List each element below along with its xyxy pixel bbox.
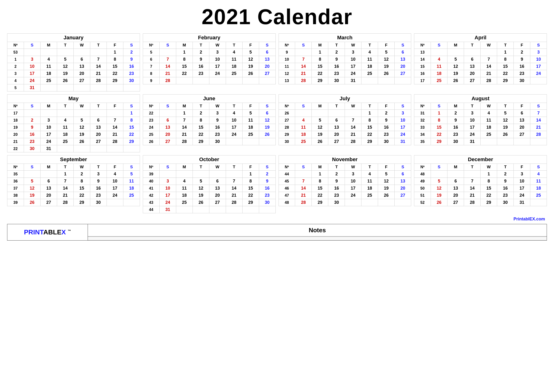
saturday-day: 13 (259, 56, 276, 63)
header-day-2: M (447, 103, 464, 110)
weekday: 26 (497, 131, 514, 138)
header-day-3: T (464, 42, 481, 49)
sunday-day: 8 (431, 117, 447, 124)
empty-day (90, 145, 107, 152)
weekday: 22 (193, 131, 209, 138)
weekday: 16 (90, 185, 107, 192)
month-table-june: JuneNºSMTWTFS221234562367891011122413141… (143, 94, 276, 145)
month-title: March (278, 34, 411, 42)
week-number: 35 (414, 138, 431, 145)
weekday: 20 (209, 192, 226, 199)
weekday: 27 (464, 77, 481, 84)
empty-day (259, 206, 276, 213)
weekday: 12 (193, 185, 209, 192)
sunday-day: 28 (295, 77, 312, 84)
sunday-day: 21 (295, 70, 312, 77)
empty-day (24, 171, 40, 178)
weekday: 4 (107, 171, 123, 178)
table-row: 4324252627282930 (143, 199, 276, 206)
weekday: 5 (497, 110, 514, 117)
empty-day (90, 49, 107, 56)
table-row: 3819202122232425 (7, 192, 140, 199)
saturday-day: 15 (123, 124, 140, 131)
week-number: 22 (7, 145, 24, 152)
table-row: 5123456 (143, 49, 276, 56)
saturday-day: 9 (123, 56, 140, 63)
empty-day (90, 110, 107, 117)
empty-day (530, 138, 547, 145)
header-day-4: W (73, 42, 90, 49)
sunday-day: 7 (295, 56, 312, 63)
weekday: 13 (514, 117, 530, 124)
header-sunday: S (295, 42, 312, 49)
month-july: JulyNºSMTWTFS261232745678910281112131415… (278, 94, 411, 152)
weekday: 18 (361, 185, 378, 192)
header-day-3: T (328, 103, 345, 110)
weekday: 4 (226, 49, 242, 56)
header-saturday: S (123, 42, 140, 49)
weekday: 8 (107, 56, 123, 63)
saturday-day: 6 (395, 171, 411, 178)
empty-day (40, 110, 57, 117)
header-saturday: S (395, 164, 411, 171)
table-row: 3422232425262728 (414, 131, 547, 138)
table-row: 26123 (278, 110, 411, 117)
saturday-day: 10 (530, 56, 547, 63)
header-day-4: W (209, 42, 226, 49)
header-day-5: T (361, 42, 378, 49)
weekday: 30 (328, 77, 345, 84)
weekday: 1 (361, 110, 378, 117)
week-number: 24 (143, 124, 159, 131)
footer-notes: Notes (88, 224, 547, 240)
week-number: 51 (414, 192, 431, 199)
week-number: 20 (7, 131, 24, 138)
weekday: 11 (57, 124, 73, 131)
week-number: 1 (7, 56, 24, 63)
empty-day (464, 49, 481, 56)
weekday: 8 (361, 117, 378, 124)
weekday: 3 (464, 110, 481, 117)
weekday: 14 (176, 124, 193, 131)
header-week-num: Nº (143, 103, 159, 110)
weekday: 11 (242, 117, 259, 124)
weekday: 6 (209, 178, 226, 185)
table-row: 32891011121314 (414, 117, 547, 124)
weekday: 9 (497, 178, 514, 185)
table-row: 821222324252627 (143, 70, 276, 77)
empty-day (159, 49, 176, 56)
table-row: 52262728293031 (414, 199, 547, 206)
weekday: 23 (193, 70, 209, 77)
week-number: 32 (414, 117, 431, 124)
header-day-4: W (345, 164, 361, 171)
header-saturday: S (395, 103, 411, 110)
empty-day (40, 84, 57, 91)
week-number: 49 (414, 178, 431, 185)
weekday: 15 (73, 185, 90, 192)
table-row: 1618192021222324 (414, 70, 547, 77)
sunday-day: 2 (24, 117, 40, 124)
weekday: 14 (464, 185, 481, 192)
header-day-4: W (481, 42, 497, 49)
month-table-october: OctoberNºSMTWTFS391240345678941101112131… (143, 155, 276, 213)
weekday: 13 (73, 63, 90, 70)
header-day-4: W (345, 103, 361, 110)
saturday-day: 8 (123, 117, 140, 124)
header-day-5: T (497, 42, 514, 49)
page-title: 2021 Calendar (7, 5, 547, 29)
sunday-day: 30 (24, 145, 40, 152)
empty-day (514, 138, 530, 145)
weekday: 14 (90, 63, 107, 70)
empty-day (378, 199, 395, 206)
weekday: 31 (40, 145, 57, 152)
month-table-july: JulyNºSMTWTFS261232745678910281112131415… (278, 94, 411, 145)
weekday: 21 (464, 192, 481, 199)
saturday-day: 26 (259, 131, 276, 138)
weekday: 14 (57, 185, 73, 192)
weekday: 30 (90, 199, 107, 206)
month-table-september: SeptemberNºSMTWTFS3512345365678910113712… (7, 155, 140, 206)
header-day-5: T (226, 42, 242, 49)
saturday-day: 18 (530, 185, 547, 192)
weekday: 17 (209, 63, 226, 70)
header-day-6: F (514, 164, 530, 171)
header-day-3: T (193, 42, 209, 49)
